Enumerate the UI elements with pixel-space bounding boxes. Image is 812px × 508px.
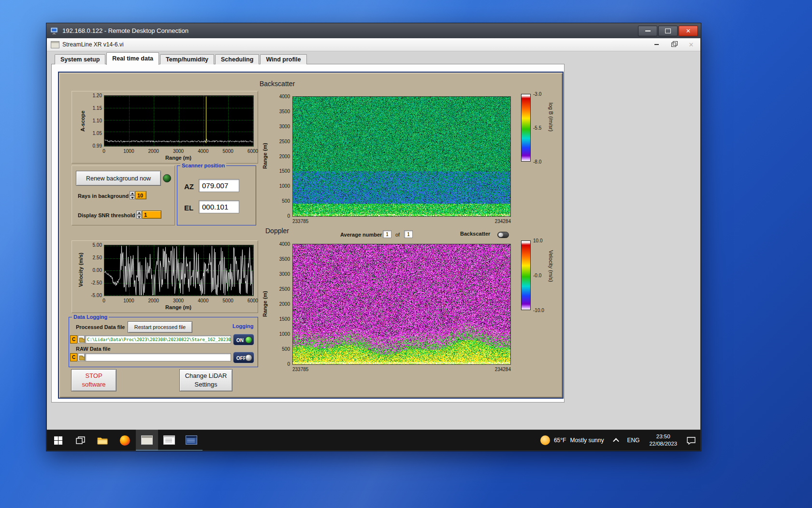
streamline-app-icon — [141, 435, 153, 445]
tick-label: 5000 — [223, 298, 233, 303]
snr-value-field[interactable]: 1 — [142, 210, 161, 219]
processed-logging-toggle[interactable]: ON — [233, 334, 254, 345]
el-value-field[interactable]: 000.101 — [199, 200, 239, 213]
labview-restore-button[interactable] — [668, 40, 679, 49]
spin-down-icon — [130, 195, 135, 200]
raw-path-field[interactable] — [85, 353, 231, 361]
tab-scheduling[interactable]: Scheduling — [215, 54, 259, 64]
ascope-x-ticks: 0100020003000400050006000 — [104, 149, 253, 154]
taskbar-clock[interactable]: 23:50 22/08/2023 — [644, 430, 682, 450]
backscatter-colorbar — [521, 94, 531, 162]
stop-software-button[interactable]: STOP software — [71, 369, 116, 391]
data-logging-title: Data Logging — [72, 314, 109, 320]
main-panel: Backscatter Doppler A-scope 1.201.151.10… — [58, 72, 564, 399]
rays-value-field[interactable]: 10 — [135, 191, 146, 199]
doppler-section-label: Doppler — [265, 227, 289, 235]
close-icon: ✕ — [689, 42, 694, 48]
taskbar-start-button[interactable] — [47, 430, 69, 450]
raw-browse-button[interactable] — [78, 353, 85, 361]
tick-label: 1.20 — [93, 93, 102, 98]
taskbar-app-window-button[interactable] — [180, 430, 203, 450]
clock-date: 22/08/2023 — [649, 440, 677, 448]
tab-wind-profile[interactable]: Wind profile — [260, 54, 306, 64]
tick-label: -10.0 — [533, 308, 544, 313]
taskbar-scan-scheduler-app-button[interactable] — [158, 430, 180, 450]
weather-desc: Mostly sunny — [570, 437, 604, 444]
taskbar-hidden-icons-button[interactable] — [609, 430, 622, 450]
tick-label: 2000 — [279, 153, 290, 159]
processed-path-field[interactable]: C:\Lidar\Data\Proc\2023\202308\20230822\… — [85, 335, 231, 344]
scan-scheduler-app-icon — [163, 435, 175, 445]
spin-down-icon — [136, 215, 142, 219]
tick-label: 500 — [282, 198, 290, 204]
tick-label: 3500 — [279, 256, 290, 262]
ascope-y-axis-label: A-scope — [80, 102, 86, 140]
settings-line1: Change LiDAR — [185, 372, 227, 379]
tick-label: 5000 — [223, 149, 233, 154]
rdp-titlebar[interactable]: 192.168.0.122 - Remote Desktop Connectio… — [46, 23, 701, 38]
chevron-up-icon — [613, 438, 619, 444]
tab-temp-humidity[interactable]: Temp/humidity — [160, 54, 214, 64]
rays-spinner[interactable] — [130, 191, 135, 199]
backscatter-colorbar-ticks: -3.0-5.5-8.0 — [533, 94, 548, 162]
rdp-minimize-button[interactable] — [638, 26, 657, 36]
taskbar-weather-widget[interactable]: 65°F Mostly sunny — [535, 430, 610, 450]
tick-label: 1000 — [279, 331, 290, 337]
processed-browse-button[interactable] — [78, 335, 85, 344]
velocity-plot-group: Velocity (m/s) 5.002.500.00-2.50-5.00 01… — [72, 240, 258, 313]
labview-title: StreamLine XR v14-6.vi — [62, 41, 651, 48]
tick-label: 6000 — [247, 298, 258, 303]
action-center-icon — [686, 436, 696, 445]
az-value-field[interactable]: 079.007 — [199, 179, 239, 192]
minimize-icon — [645, 30, 651, 31]
renew-background-button[interactable]: Renew background now — [76, 171, 161, 186]
labview-minimize-button[interactable] — [651, 40, 662, 49]
tick-label: 500 — [282, 346, 290, 352]
change-lidar-settings-button[interactable]: Change LiDAR Settings — [179, 369, 232, 391]
tick-label: 1.10 — [93, 118, 102, 123]
average-number-field[interactable]: 1 — [383, 230, 392, 238]
labview-titlebar[interactable]: StreamLine XR v14-6.vi ✕ — [47, 38, 700, 51]
tick-label: 4000 — [279, 241, 290, 247]
taskbar-file-explorer-button[interactable] — [91, 430, 114, 450]
tick-label: 1000 — [279, 183, 290, 189]
velocity-y-axis-label: Velocity (m/s) — [78, 246, 84, 294]
restart-processed-file-button[interactable]: Restart processed file — [128, 321, 192, 333]
rdp-close-button[interactable]: ✕ — [679, 26, 698, 36]
snr-spinner[interactable] — [136, 210, 142, 219]
processed-drive-selector[interactable]: C — [70, 335, 77, 344]
minimize-icon — [654, 44, 659, 45]
taskbar-language-button[interactable]: ENG — [622, 430, 644, 450]
tick-label: 2000 — [279, 301, 290, 307]
ascope-plot-canvas — [104, 95, 254, 147]
tick-label: 1.05 — [93, 131, 102, 136]
raw-logging-toggle[interactable]: OFF — [233, 352, 254, 363]
close-icon: ✕ — [686, 28, 691, 34]
backscatter-toggle-label: Backscatter — [460, 231, 490, 237]
raw-drive-selector[interactable]: C — [70, 353, 77, 361]
rays-in-background-label: Rays in background — [78, 193, 129, 199]
rdp-maximize-button[interactable] — [658, 26, 678, 36]
taskbar-task-view-button[interactable] — [69, 430, 91, 450]
tick-label: 0 — [287, 213, 290, 219]
background-status-led — [163, 174, 171, 182]
labview-close-button[interactable]: ✕ — [686, 40, 696, 49]
tick-label: 10.0 — [533, 238, 542, 243]
logging-off-led — [245, 354, 252, 361]
backscatter-x-start: 233785 — [292, 219, 308, 224]
tab-system-setup[interactable]: System setup — [55, 54, 105, 64]
task-view-icon — [76, 436, 85, 445]
firefox-icon — [120, 435, 130, 446]
tick-label: 6000 — [247, 149, 258, 154]
app-window-icon — [186, 435, 197, 445]
tab-real-time-data[interactable]: Real time data — [106, 52, 159, 65]
taskbar-streamline-app-button[interactable] — [136, 430, 158, 450]
backscatter-y-axis-label: Range (m) — [262, 132, 268, 180]
backscatter-doppler-toggle[interactable] — [497, 232, 509, 238]
taskbar-action-center-button[interactable] — [682, 430, 700, 450]
tab-page: Backscatter Doppler A-scope 1.201.151.10… — [51, 64, 565, 403]
average-total-field[interactable]: 1 — [404, 230, 413, 238]
rdp-client-area: StreamLine XR v14-6.vi ✕ System setup Re… — [47, 38, 700, 450]
taskbar-firefox-button[interactable] — [114, 430, 136, 450]
average-number-label: Average number — [340, 232, 382, 238]
